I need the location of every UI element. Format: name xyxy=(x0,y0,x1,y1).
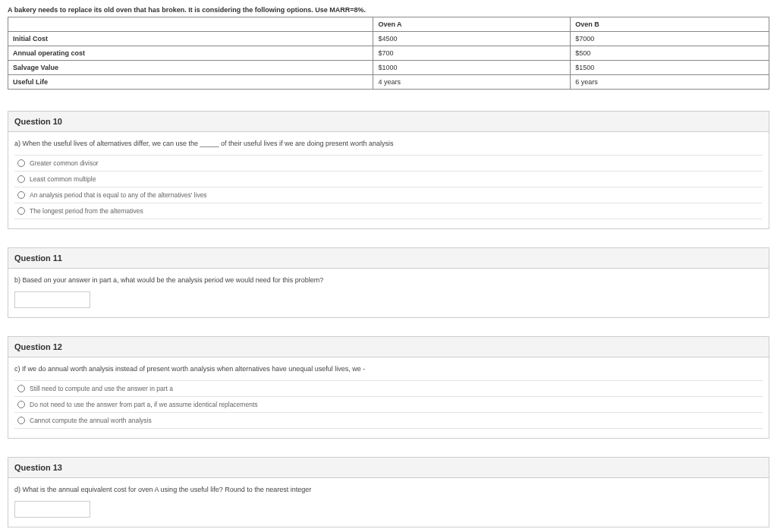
option-row[interactable]: Greater common divisor xyxy=(14,155,763,171)
answer-input[interactable] xyxy=(14,501,90,518)
col-a-header: Oven A xyxy=(373,17,571,32)
option-label: Cannot compute the annual worth analysis xyxy=(30,417,152,424)
option-row[interactable]: Least common multiple xyxy=(14,171,763,187)
option-label: Greater common divisor xyxy=(30,159,99,167)
option-row[interactable]: The longest period from the alternatives xyxy=(14,203,763,219)
option-label: The longest period from the alternatives xyxy=(30,207,143,215)
options-list: Greater common divisor Least common mult… xyxy=(14,155,763,219)
question-title: Question 13 xyxy=(8,458,769,478)
option-row[interactable]: Cannot compute the annual worth analysis xyxy=(14,412,763,429)
cell-a: 4 years xyxy=(373,75,571,90)
cell-a: $700 xyxy=(373,46,571,61)
question-13: Question 13 d) What is the annual equiva… xyxy=(8,457,769,527)
option-row[interactable]: An analysis period that is equal to any … xyxy=(14,187,763,203)
cell-b: $500 xyxy=(571,46,769,61)
question-prompt: c) If we do annual worth analysis instea… xyxy=(14,365,763,373)
cell-b: 6 years xyxy=(571,75,769,90)
option-row[interactable]: Do not need to use the answer from part … xyxy=(14,396,763,412)
radio-input[interactable] xyxy=(17,401,25,408)
row-label: Annual operating cost xyxy=(8,46,373,61)
question-11: Question 11 b) Based on your answer in p… xyxy=(8,247,769,318)
question-prompt: b) Based on your answer in part a, what … xyxy=(14,276,763,284)
option-label: Do not need to use the answer from part … xyxy=(30,401,258,408)
question-12: Question 12 c) If we do annual worth ana… xyxy=(8,336,769,439)
option-label: Least common multiple xyxy=(30,175,96,183)
options-list: Still need to compute and use the answer… xyxy=(14,380,763,429)
option-row[interactable]: Still need to compute and use the answer… xyxy=(14,380,763,396)
row-label: Useful Life xyxy=(8,75,373,90)
question-prompt: a) When the useful lives of alternatives… xyxy=(14,140,763,147)
data-table: Oven A Oven B Initial Cost $4500 $7000 A… xyxy=(8,17,769,90)
answer-input[interactable] xyxy=(14,291,90,308)
table-row: Useful Life 4 years 6 years xyxy=(8,75,769,90)
cell-a: $1000 xyxy=(373,61,571,75)
table-row: Initial Cost $4500 $7000 xyxy=(8,32,769,46)
option-label: An analysis period that is equal to any … xyxy=(30,191,207,199)
cell-b: $7000 xyxy=(571,32,769,46)
table-blank-cell xyxy=(8,17,373,32)
question-10: Question 10 a) When the useful lives of … xyxy=(8,111,769,229)
col-b-header: Oven B xyxy=(571,17,769,32)
radio-input[interactable] xyxy=(17,159,25,167)
cell-b: $1500 xyxy=(571,61,769,75)
question-title: Question 11 xyxy=(8,248,769,269)
table-row: Annual operating cost $700 $500 xyxy=(8,46,769,61)
option-label: Still need to compute and use the answer… xyxy=(30,385,173,392)
question-title: Question 12 xyxy=(8,337,769,357)
radio-input[interactable] xyxy=(17,175,25,183)
table-row: Salvage Value $1000 $1500 xyxy=(8,61,769,75)
radio-input[interactable] xyxy=(17,417,25,424)
radio-input[interactable] xyxy=(17,385,25,392)
radio-input[interactable] xyxy=(17,207,25,215)
cell-a: $4500 xyxy=(373,32,571,46)
row-label: Initial Cost xyxy=(8,32,373,46)
question-title: Question 10 xyxy=(8,112,769,132)
question-prompt: d) What is the annual equivalent cost fo… xyxy=(14,486,763,493)
radio-input[interactable] xyxy=(17,191,25,199)
intro-text: A bakery needs to replace its old oven t… xyxy=(8,6,769,14)
row-label: Salvage Value xyxy=(8,61,373,75)
